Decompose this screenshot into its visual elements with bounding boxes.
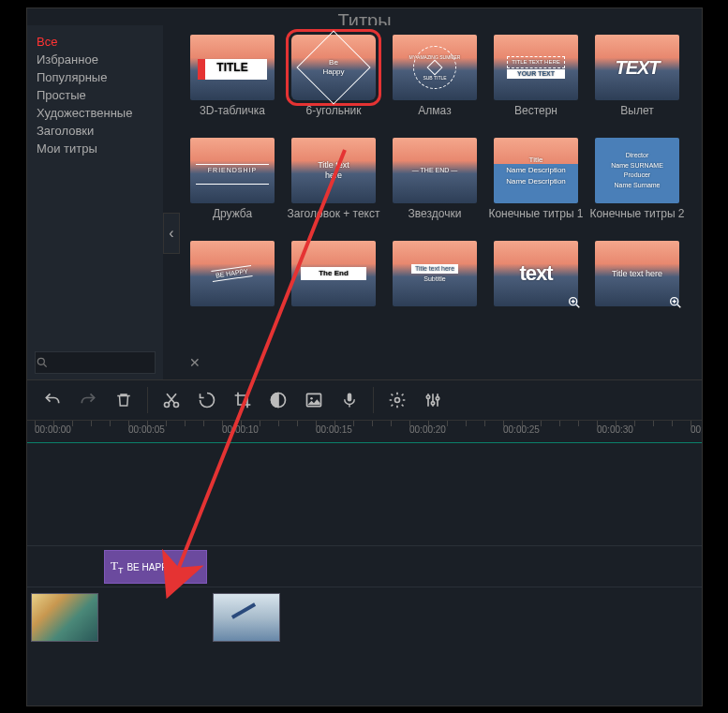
svg-point-22 <box>426 395 429 398</box>
title-thumbnail: Title Name Description Name Description <box>494 138 578 203</box>
title-thumbnail: TEXT <box>595 35 679 100</box>
svg-point-16 <box>310 397 313 400</box>
title-card[interactable]: FRIENDSHIPДружба <box>184 138 281 233</box>
title-thumbnail: The End <box>291 241 376 306</box>
title-card[interactable]: — THE END —Звездочки <box>386 138 483 233</box>
sidebar-item-simple[interactable]: Простые <box>37 86 163 104</box>
title-thumbnail: FRIENDSHIP <box>190 138 275 203</box>
sidebar-item-popular[interactable]: Популярные <box>37 68 163 86</box>
undo-button[interactable] <box>37 384 68 416</box>
timeline[interactable]: TT BE HAPPY <box>27 443 702 704</box>
sidebar-item-favorites[interactable]: Избранное <box>37 51 163 68</box>
sidebar-item-artistic[interactable]: Художественные <box>37 104 163 122</box>
title-thumbnail: Title text hereSubtitle <box>393 241 477 306</box>
thumbnail-overlay-text: Director Name SURNAME Producer Name Surn… <box>611 151 663 190</box>
thumbnail-overlay-text: TITLE TEXT HEREYOUR TEXT <box>507 56 564 80</box>
title-card-label: Вестерн <box>487 104 585 130</box>
clear-search-icon[interactable]: ✕ <box>189 352 201 373</box>
title-card[interactable]: Be Happy6-угольник <box>285 35 382 130</box>
title-card[interactable]: The End <box>285 241 382 336</box>
title-thumbnail: Title text here <box>595 241 679 306</box>
svg-point-18 <box>395 398 400 403</box>
title-card[interactable]: Title text hereЗаголовок + текст <box>285 138 382 233</box>
thumbnail-overlay-text: — THE END — <box>412 167 458 174</box>
track-video[interactable] <box>27 589 702 646</box>
title-card[interactable]: Title Name Description Name DescriptionК… <box>487 138 585 233</box>
collapse-sidebar-button[interactable]: ‹ <box>163 213 180 254</box>
separator <box>373 387 374 413</box>
title-clip[interactable]: TT BE HAPPY <box>104 550 207 584</box>
category-sidebar: Все Избранное Популярные Простые Художес… <box>27 25 163 379</box>
timeline-ruler[interactable]: 00:00:0000:00:0500:00:1000:00:1500:00:20… <box>27 421 702 443</box>
title-thumbnail: BE HAPPY <box>190 241 275 306</box>
video-clip-2[interactable] <box>213 593 280 642</box>
image-button[interactable] <box>298 384 330 416</box>
title-card-label <box>487 310 585 336</box>
panel-title: Титры <box>27 8 702 25</box>
text-icon: TT <box>111 558 123 575</box>
video-clip-1[interactable] <box>31 593 98 642</box>
chevron-left-icon: ‹ <box>169 225 173 242</box>
title-card[interactable]: text <box>487 241 585 336</box>
title-thumbnail: TITLE <box>190 35 275 100</box>
title-card[interactable]: TEXTВылет <box>588 35 686 130</box>
thumbnail-overlay-text: TEXT <box>615 56 659 79</box>
title-card-label <box>285 310 382 336</box>
thumbnail-overlay-text: Title text hereSubtitle <box>411 264 458 284</box>
ruler-tick: 00:00:35 <box>691 424 702 435</box>
microphone-button[interactable] <box>334 384 365 416</box>
svg-line-7 <box>677 305 680 307</box>
settings-button[interactable] <box>381 384 413 416</box>
title-card[interactable]: BE HAPPY <box>184 241 281 336</box>
rotate-button[interactable] <box>191 384 223 416</box>
cut-button[interactable] <box>156 384 187 416</box>
svg-line-3 <box>576 305 579 307</box>
title-thumbnail: Title text here <box>291 138 376 203</box>
svg-line-12 <box>169 394 176 403</box>
title-thumbnail: MY AMAZING SUMMERSUB TITLE <box>393 35 477 100</box>
search-icon <box>36 352 49 373</box>
thumbnail-overlay-text: Title Name Description Name Description <box>506 155 566 186</box>
svg-line-1 <box>44 364 47 367</box>
title-card[interactable]: TITLE TEXT HEREYOUR TEXTВестерн <box>487 35 585 130</box>
title-card[interactable]: TITLE3D-табличка <box>184 35 281 130</box>
title-card-label: 6-угольник <box>285 104 382 130</box>
title-card[interactable]: Director Name SURNAME Producer Name Surn… <box>588 138 686 233</box>
title-thumbnail: TITLE TEXT HEREYOUR TEXT <box>494 35 578 100</box>
title-card[interactable]: Title text here <box>588 241 686 336</box>
sidebar-item-all[interactable]: Все <box>37 33 163 51</box>
sidebar-item-headings[interactable]: Заголовки <box>37 122 163 140</box>
search-row: ✕ <box>35 351 156 374</box>
svg-rect-17 <box>348 394 352 402</box>
track-titles[interactable]: TT BE HAPPY <box>27 546 702 587</box>
delete-button[interactable] <box>108 384 140 416</box>
title-card-label: Конечные титры 2 <box>588 207 686 233</box>
toolbar <box>27 379 702 421</box>
title-card[interactable]: Title text hereSubtitle <box>386 241 483 336</box>
svg-point-24 <box>436 397 438 400</box>
svg-point-0 <box>37 358 44 364</box>
redo-button[interactable] <box>72 384 104 416</box>
magnify-icon <box>567 295 582 310</box>
sidebar-item-my-titles[interactable]: Мои титры <box>37 140 163 157</box>
thumbnail-overlay-text: TITLE <box>216 61 247 74</box>
thumbnail-overlay-text: MY AMAZING SUMMERSUB TITLE <box>409 54 461 81</box>
title-thumbnail: Be Happy <box>291 35 376 100</box>
crop-button[interactable] <box>227 384 259 416</box>
title-thumbnail: Director Name SURNAME Producer Name Surn… <box>595 138 679 203</box>
title-card-label <box>588 310 686 336</box>
title-card-label: Заголовок + текст <box>285 207 382 233</box>
color-adjust-button[interactable] <box>262 384 294 416</box>
magnify-icon <box>668 295 683 310</box>
title-card-label <box>184 310 281 336</box>
title-card-label: Конечные титры 1 <box>487 207 585 233</box>
track-empty[interactable] <box>27 443 702 546</box>
thumbnail-overlay-text: BE HAPPY <box>212 268 252 279</box>
svg-point-23 <box>431 402 434 405</box>
adjustments-button[interactable] <box>417 384 449 416</box>
title-thumbnail: — THE END — <box>393 138 477 203</box>
title-card[interactable]: MY AMAZING SUMMERSUB TITLEАлмаз <box>386 35 483 130</box>
search-input[interactable] <box>49 352 189 373</box>
title-card-label: Вылет <box>588 104 686 130</box>
thumbnail-overlay-text: Title text here <box>612 269 662 279</box>
